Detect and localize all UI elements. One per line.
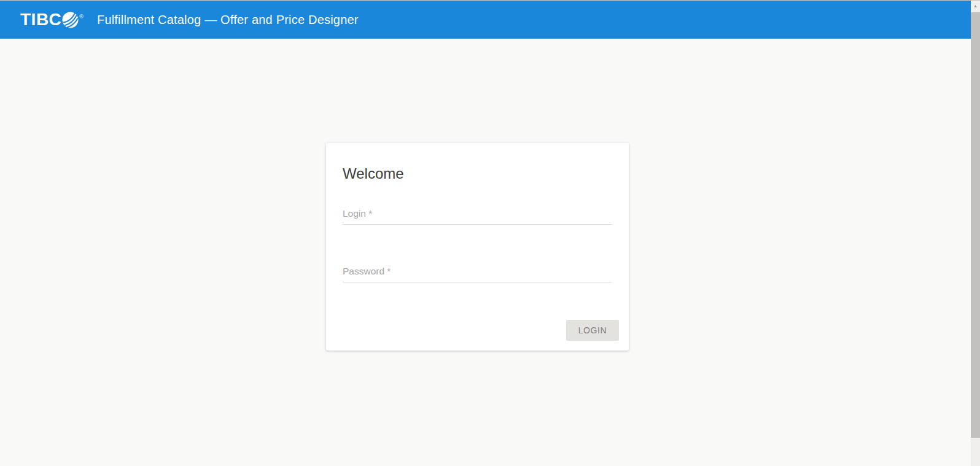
login-button[interactable]: LOGIN: [566, 320, 619, 341]
login-card: Welcome LOGIN: [326, 143, 629, 351]
registered-mark: ®: [79, 14, 84, 20]
tibco-swirl-icon: [62, 12, 79, 28]
login-input[interactable]: [343, 206, 612, 225]
app-header: TIBC ® Fulfillment Catalog — Offer and P…: [0, 1, 971, 39]
welcome-heading: Welcome: [343, 165, 612, 182]
scroll-up-arrow-icon: ▲: [973, 4, 978, 8]
password-input[interactable]: [343, 263, 612, 282]
app-title: Fulfillment Catalog — Offer and Price De…: [97, 13, 359, 27]
password-field: [343, 263, 612, 282]
tibco-logo: TIBC ®: [20, 11, 84, 28]
scrollbar-up-button[interactable]: ▲: [971, 1, 980, 11]
scrollbar-track[interactable]: ▲: [971, 1, 980, 466]
login-field: [343, 206, 612, 225]
tibco-logo-text: TIBC: [20, 11, 61, 28]
scrollbar-thumb[interactable]: [971, 12, 980, 438]
